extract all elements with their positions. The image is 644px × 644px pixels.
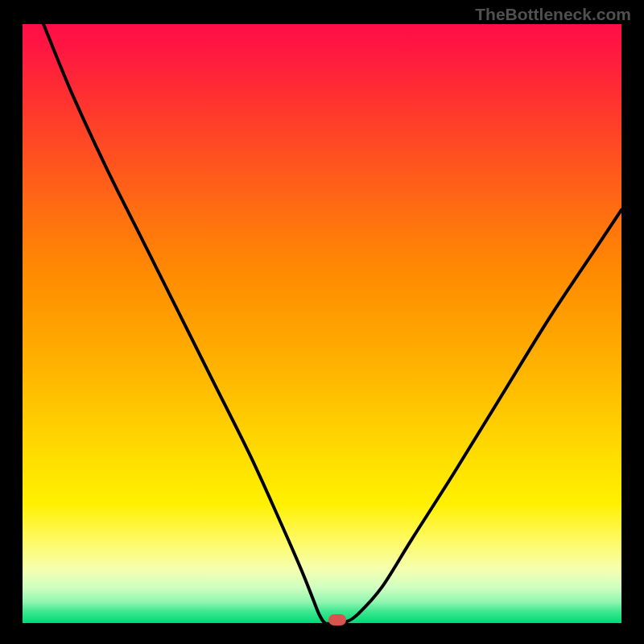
watermark-text: TheBottleneck.com [475,5,631,24]
chart-plot-area [23,24,621,623]
curve-svg [23,24,621,623]
optimal-point-marker [328,614,346,625]
bottleneck-curve-path [43,24,621,623]
